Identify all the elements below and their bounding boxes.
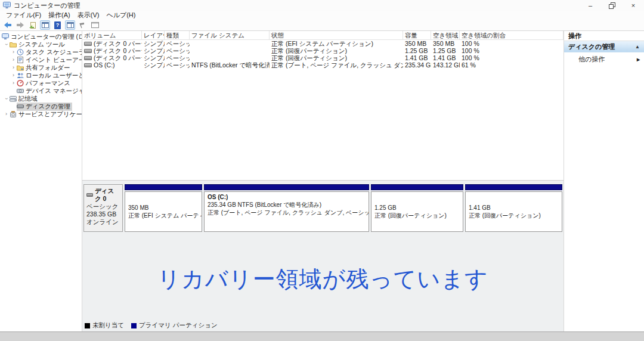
column-header-volume[interactable]: ボリューム xyxy=(82,31,142,39)
legend-primary-partition: プライマリ パーティション xyxy=(131,321,218,330)
event-viewer-icon xyxy=(17,57,24,63)
back-arrow-icon[interactable] xyxy=(2,20,13,30)
action-pane-toggle-icon[interactable] xyxy=(65,20,75,30)
tree-item-event-viewer[interactable]: › イベント ビューアー xyxy=(0,56,82,64)
column-header-capacity[interactable]: 容量 xyxy=(403,31,431,39)
column-header-type[interactable]: 種類 xyxy=(165,31,190,39)
storage-icon xyxy=(10,95,17,102)
tree-item-label: 記憶域 xyxy=(18,95,38,103)
chevron-right-icon[interactable]: › xyxy=(10,79,17,87)
volume-name: (ディスク 0 パーティション 5) xyxy=(94,54,142,61)
title-bar: コンピューターの管理 – × xyxy=(0,0,644,11)
tree-item-label: パフォーマンス xyxy=(26,79,70,88)
volume-row-os-c[interactable]: OS (C:) シンプル ベーシック NTFS (BitLocker で暗号化済… xyxy=(82,61,564,69)
column-header-free-pct[interactable]: 空き領域の割合 xyxy=(460,31,564,39)
volume-fs: NTFS (BitLocker で暗号化済み) xyxy=(190,61,270,69)
volume-row-partition-4[interactable]: (ディスク 0 パーティション 4) シンプル ベーシック 正常 (回復パーティ… xyxy=(82,47,564,54)
volume-free-pct: 100 % xyxy=(460,40,564,47)
minimize-button[interactable]: – xyxy=(580,0,601,11)
tree-item-label: コンピューターの管理 (ローカル) xyxy=(11,33,82,41)
actions-section-label: ディスクの管理 xyxy=(568,42,615,51)
volume-free-pct: 100 % xyxy=(460,54,564,61)
menu-action[interactable]: 操作(A) xyxy=(45,11,74,20)
actions-disk-management-section[interactable]: ディスクの管理 ▲ xyxy=(564,41,644,52)
volume-capacity: 235.34 GB xyxy=(403,61,431,69)
console-tree: › コンピューターの管理 (ローカル) › システム ツール › タスク スケジ… xyxy=(0,31,82,331)
chevron-down-icon[interactable]: › xyxy=(2,41,10,48)
menu-help[interactable]: ヘルプ(H) xyxy=(103,11,139,20)
volume-row-partition-1[interactable]: (ディスク 0 パーティション 1) シンプル ベーシック 正常 (EFI シス… xyxy=(82,40,564,47)
volume-layout: シンプル xyxy=(142,61,165,69)
partition-status: 正常 (回復パーティション) xyxy=(374,212,460,219)
forward-arrow-icon[interactable] xyxy=(15,20,25,30)
chevron-right-icon[interactable]: › xyxy=(3,110,10,118)
volume-status: 正常 (回復パーティション) xyxy=(270,47,403,54)
tree-item-system-tools[interactable]: › システム ツール xyxy=(0,41,82,48)
menu-view[interactable]: 表示(V) xyxy=(74,11,103,20)
chevron-right-icon[interactable]: › xyxy=(10,56,17,64)
partition-legend: 未割り当て プライマリ パーティション xyxy=(85,321,218,330)
console-tree-toggle-icon[interactable] xyxy=(40,20,50,30)
volume-status: 正常 (ブート, ページ ファイル, クラッシュ ダンプ, ベーシック データ … xyxy=(270,61,403,69)
content-area: › コンピューターの管理 (ローカル) › システム ツール › タスク スケジ… xyxy=(0,31,644,331)
volume-icon xyxy=(84,49,92,53)
chevron-right-icon[interactable]: › xyxy=(10,72,17,79)
tree-item-label: システム ツール xyxy=(18,41,65,49)
volume-capacity: 1.41 GB xyxy=(403,54,431,61)
users-icon xyxy=(17,72,24,79)
disk-0-label[interactable]: ディスク 0 ベーシック 238.35 GB オンライン xyxy=(83,184,123,232)
tree-item-computer-management[interactable]: › コンピューターの管理 (ローカル) xyxy=(0,33,82,41)
tree-item-disk-management[interactable]: › ディスクの管理 xyxy=(0,103,82,110)
primary-partition-color-swatch xyxy=(131,323,137,328)
volume-free: 1.25 GB xyxy=(431,47,460,54)
window-title: コンピューターの管理 xyxy=(14,1,80,10)
tree-item-services-applications[interactable]: › サービスとアプリケーション xyxy=(0,110,82,118)
tree-item-label: 共有フォルダー xyxy=(26,64,70,72)
volume-free: 1.41 GB xyxy=(431,54,460,61)
computer-management-window: コンピューターの管理 – × ファイル(F) 操作(A) 表示(V) ヘルプ(H… xyxy=(0,0,644,332)
tree-item-shared-folders[interactable]: › 共有フォルダー xyxy=(0,64,82,72)
partition-recovery-2[interactable]: 1.41 GB 正常 (回復パーティション) xyxy=(465,184,562,232)
volume-row-partition-5[interactable]: (ディスク 0 パーティション 5) シンプル ベーシック 正常 (回復パーティ… xyxy=(82,54,564,61)
tree-item-device-manager[interactable]: › デバイス マネージャー xyxy=(0,87,82,95)
column-header-free[interactable]: 空き領域 xyxy=(431,31,460,39)
partition-efi[interactable]: 350 MB 正常 (EFI システム パーティション) xyxy=(125,184,202,232)
tree-item-task-scheduler[interactable]: › タスク スケジューラ xyxy=(0,48,82,56)
volume-type: ベーシック xyxy=(165,61,190,69)
disk-graphical-pane: ディスク 0 ベーシック 238.35 GB オンライン 350 MB 正常 (… xyxy=(82,180,564,331)
tree-item-performance[interactable]: › パフォーマンス xyxy=(0,79,82,87)
more-actions-item[interactable]: 他の操作 ▸ xyxy=(564,52,644,66)
partition-os-c[interactable]: OS (C:) 235.34 GB NTFS (BitLocker で暗号化済み… xyxy=(204,184,369,232)
column-header-filesystem[interactable]: ファイル システム xyxy=(190,31,270,39)
tree-item-label: ローカル ユーザーとグループ xyxy=(26,72,82,80)
export-list-icon[interactable] xyxy=(27,20,38,30)
volume-icon xyxy=(84,42,92,46)
disk-size: 238.35 GB xyxy=(86,210,120,218)
partition-recovery-1[interactable]: 1.25 GB 正常 (回復パーティション) xyxy=(371,184,463,232)
tree-item-local-users-groups[interactable]: › ローカル ユーザーとグループ xyxy=(0,72,82,79)
legend-panel-icon[interactable] xyxy=(90,20,100,30)
column-header-layout[interactable]: レイアウト xyxy=(142,31,165,39)
close-button[interactable]: × xyxy=(623,0,644,11)
chevron-down-icon[interactable]: › xyxy=(2,95,10,102)
collapse-arrow-icon[interactable]: ▲ xyxy=(635,44,640,49)
actions-pane: 操作 ディスクの管理 ▲ 他の操作 ▸ xyxy=(564,31,644,331)
volume-capacity: 350 MB xyxy=(403,40,431,47)
chevron-right-icon[interactable]: › xyxy=(10,48,17,56)
menu-file[interactable]: ファイル(F) xyxy=(2,11,45,20)
chevron-right-icon[interactable]: › xyxy=(10,64,17,72)
volume-layout: シンプル xyxy=(142,54,165,61)
volume-free-pct: 100 % xyxy=(460,47,564,54)
volume-type: ベーシック xyxy=(165,40,190,47)
volume-list-header: ボリューム レイアウト 種類 ファイル システム 状態 容量 空き領域 空き領域… xyxy=(82,31,564,40)
volume-name: (ディスク 0 パーティション 4) xyxy=(94,47,142,54)
properties-icon[interactable] xyxy=(78,20,88,30)
recovery-annotation-text: リカバリー領域が残っています xyxy=(82,264,564,294)
help-icon[interactable]: ? xyxy=(52,20,63,30)
restore-button[interactable] xyxy=(601,0,623,11)
volume-list: ボリューム レイアウト 種類 ファイル システム 状態 容量 空き領域 空き領域… xyxy=(82,31,564,180)
column-header-status[interactable]: 状態 xyxy=(270,31,403,39)
tree-item-storage[interactable]: › 記憶域 xyxy=(0,95,82,103)
system-tools-icon xyxy=(10,41,17,48)
services-icon xyxy=(10,111,17,117)
